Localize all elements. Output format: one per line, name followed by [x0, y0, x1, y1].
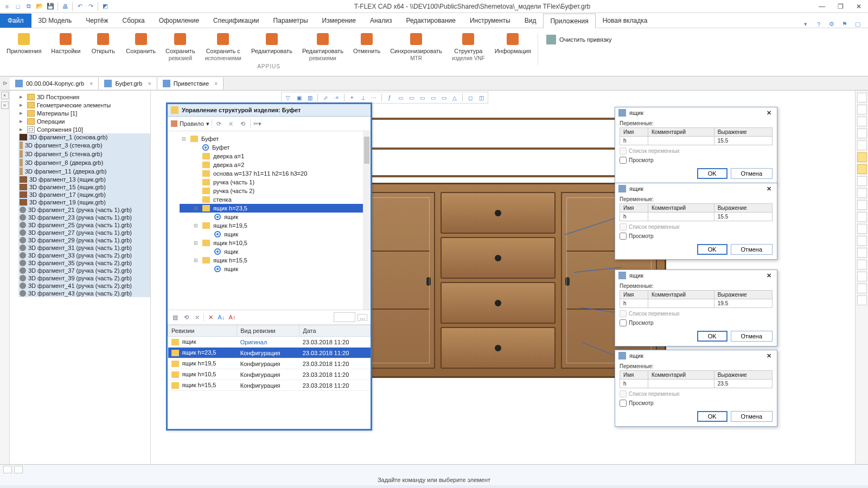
structure-tree-item[interactable]: стенка — [180, 195, 368, 204]
ok-button[interactable]: OK — [697, 244, 727, 255]
rev-unlink-icon[interactable]: ⤫ — [193, 313, 201, 322]
ribbon-tab[interactable]: Параметры — [266, 13, 315, 28]
rev-col-revisions[interactable]: Ревизии — [168, 325, 237, 337]
redo-icon[interactable]: ↷ — [86, 2, 95, 11]
ribbon-tab[interactable]: Новая вкладка — [596, 13, 655, 28]
ribbon-button[interactable]: Отменить — [350, 30, 384, 62]
rev-sort-asc-icon[interactable]: A↓ — [217, 313, 226, 322]
viewport-tool-icon[interactable]: △ — [450, 93, 459, 102]
revision-row[interactable]: ящикОригинал23.03.2018 11:20 — [168, 337, 371, 348]
ribbon-button[interactable]: Сохранить сисполнениями — [202, 30, 245, 62]
varlist-checkbox[interactable]: Список переменных — [620, 390, 773, 397]
var-comment-cell[interactable] — [648, 213, 714, 221]
right-tool-icon[interactable] — [857, 176, 867, 186]
help-icon[interactable]: ⚑ — [840, 21, 850, 28]
doctabs-anchor-icon[interactable]: ⊳ — [0, 80, 10, 87]
dialog-close-icon[interactable]: ✕ — [764, 185, 774, 192]
doc-tab-close-icon[interactable]: × — [148, 80, 151, 87]
structure-tree-item[interactable]: основа w=137 h1=11 h2=16 h3=20 — [180, 169, 368, 178]
ribbon-button[interactable]: Структураизделия VNF — [449, 30, 488, 62]
rev-col-date[interactable]: Дата — [299, 325, 371, 337]
structure-scrollbar[interactable] — [363, 131, 371, 310]
viewport-tool-icon[interactable]: ◫ — [477, 93, 486, 102]
tree-fragment-item[interactable]: 3D фрагмент_33 (ручка (часть 2).grb) — [18, 252, 150, 259]
tree-fragment-item[interactable]: 3D фрагмент_39 (ручка (часть 2).grb) — [18, 274, 150, 282]
right-tool-icon[interactable] — [857, 129, 867, 138]
structure-tree-item[interactable]: дверка a=2 — [180, 160, 368, 169]
status-split2-icon[interactable] — [14, 466, 23, 473]
expand-icon[interactable]: ⊟ — [194, 258, 199, 263]
refresh-icon[interactable]: ⟳ — [214, 119, 224, 129]
dialog-close-icon[interactable]: ✕ — [764, 352, 774, 359]
var-name-cell[interactable]: h — [620, 213, 648, 221]
varlist-checkbox[interactable]: Список переменных — [620, 310, 773, 317]
doc-new-icon[interactable]: □ — [13, 2, 23, 11]
ribbon-tab[interactable]: Сборка — [116, 13, 152, 28]
preview-checkbox[interactable]: Просмотр — [620, 400, 773, 407]
revision-row[interactable]: ящик h=23,5Конфигурация23.03.2018 11:20 — [168, 348, 371, 358]
structure-tree[interactable]: ⊟БуфетБуфетдверка a=1дверка a=2основа w=… — [168, 131, 371, 310]
cancel-button[interactable]: Отмена — [731, 244, 773, 255]
menu-icon[interactable]: ≡ — [2, 2, 12, 11]
ribbon-tab[interactable]: Чертёж — [79, 13, 115, 28]
structure-tree-item[interactable]: дверка a=1 — [180, 152, 368, 160]
variable-dialog[interactable]: ящик✕Переменные:ИмяКомментарийВыражениеh… — [615, 350, 777, 427]
expand-icon[interactable]: ⊟ — [182, 136, 187, 142]
revision-row[interactable]: ящик h=10,5Конфигурация23.03.2018 11:20 — [168, 369, 371, 380]
viewport-tool-icon[interactable]: ▥ — [305, 93, 314, 102]
viewport-3d[interactable]: ▽▣▥⬀·×⌖⊥⋯ƒ▭▭▭▭▭△◻◫ — [151, 91, 868, 488]
doc-dup-icon[interactable]: ⧉ — [24, 2, 34, 11]
preview-checkbox[interactable]: Просмотр — [620, 157, 773, 164]
var-comment-cell[interactable] — [648, 299, 714, 308]
var-comment-cell[interactable] — [648, 380, 714, 388]
right-tool-icon[interactable] — [857, 236, 867, 246]
structure-tree-item[interactable]: ящик — [180, 247, 368, 256]
structure-tree-item[interactable]: ⊟ящик h=15,5 — [180, 256, 368, 265]
undo-icon[interactable]: ↶ — [75, 2, 85, 11]
ribbon-tab[interactable]: Приложения — [543, 14, 595, 28]
variable-dialog[interactable]: ящик✕Переменные:ИмяКомментарийВыражениеh… — [615, 269, 777, 346]
tree-fragment-item[interactable]: 3D фрагмент_25 (ручка (часть 1).grb) — [18, 221, 150, 229]
dialog-titlebar[interactable]: ящик✕ — [615, 183, 777, 194]
viewport-tool-icon[interactable]: ⬀ — [321, 93, 330, 102]
variable-dialog[interactable]: ящик✕Переменные:ИмяКомментарийВыражениеh… — [615, 183, 777, 260]
tree-fragment-item[interactable]: 3D фрагмент_23 (ручка (часть 1).grb) — [18, 214, 150, 221]
ribbon-button[interactable]: Информация — [492, 30, 534, 62]
right-tool-icon[interactable] — [857, 260, 867, 269]
save-icon[interactable]: 💾 — [46, 2, 55, 11]
right-tool-icon[interactable] — [857, 152, 867, 162]
rev-filter-input[interactable] — [334, 312, 355, 322]
right-tool-icon[interactable] — [857, 248, 867, 258]
structure-tree-item[interactable]: ящик — [180, 230, 368, 239]
structure-tree-item[interactable]: Буфет — [180, 143, 368, 152]
varlist-checkbox[interactable]: Список переменных — [620, 223, 773, 230]
tree-fragment-item[interactable]: 3D фрагмент_15 (ящик.grb) — [18, 183, 150, 191]
viewport-tool-icon[interactable]: ▣ — [295, 93, 303, 102]
right-tool-icon[interactable] — [857, 164, 867, 174]
clear-snap-button[interactable]: Очистить привязку — [541, 30, 617, 49]
viewport-tool-icon[interactable]: ▭ — [396, 93, 405, 102]
var-name-cell[interactable]: h — [620, 137, 648, 145]
dialog-close-icon[interactable]: ✕ — [764, 272, 774, 279]
revisions-table[interactable]: Ревизии Вид ревизии Дата ящикОригинал23.… — [168, 325, 371, 428]
structure-tree-item[interactable]: ⊟ящик h=19,5 — [180, 221, 368, 230]
dialog-titlebar[interactable]: ящик✕ — [615, 270, 777, 281]
rev-more-button[interactable]: … — [358, 314, 367, 321]
structure-panel[interactable]: Управление структурой изделия: Буфет Пра… — [166, 102, 372, 431]
document-tab[interactable]: 00.00.004-Корпус.grb× — [10, 78, 99, 89]
structure-tree-item[interactable]: ящик — [180, 265, 368, 273]
status-split-icon[interactable] — [3, 466, 12, 473]
right-tool-icon[interactable] — [857, 200, 867, 210]
var-name-cell[interactable]: h — [620, 299, 648, 308]
viewport-tool-icon[interactable]: ▭ — [429, 93, 437, 102]
doc-tab-close-icon[interactable]: × — [90, 80, 93, 87]
tree-item[interactable]: ▸Материалы [1] — [18, 109, 150, 117]
tree-fragment-item[interactable]: 3D фрагмент_5 (стенка.grb) — [18, 150, 150, 158]
close-button[interactable]: ✕ — [850, 1, 868, 12]
cancel-button[interactable]: Отмена — [731, 331, 773, 342]
viewport-tool-icon[interactable]: ▭ — [407, 93, 416, 102]
tree-item[interactable]: ▸3D Построения — [18, 93, 150, 101]
viewport-tool-icon[interactable]: ▭ — [439, 93, 448, 102]
right-tool-icon[interactable] — [857, 140, 867, 150]
right-tool-icon[interactable] — [857, 212, 867, 222]
